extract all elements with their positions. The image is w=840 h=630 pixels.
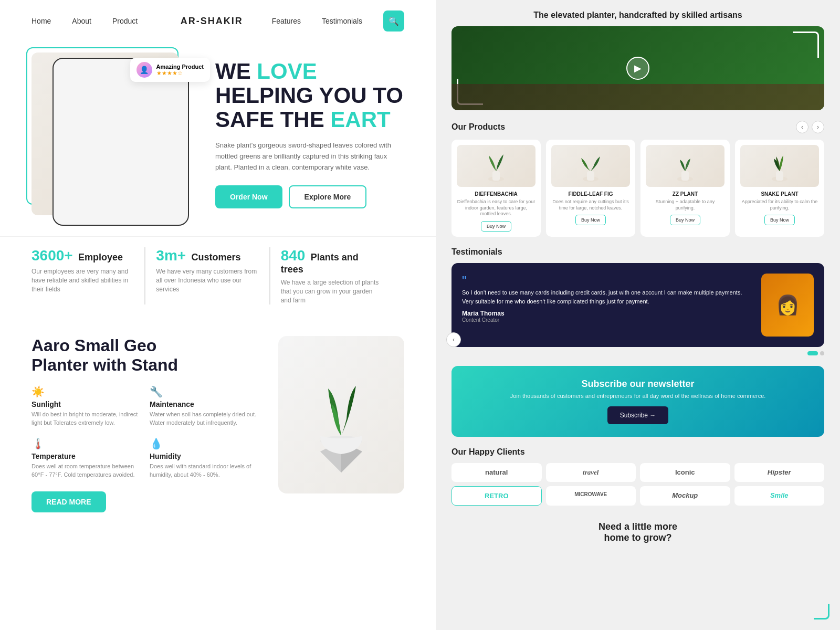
product-card-fiddle: FIDDLE-LEAF FIG Does not require any cut… <box>546 140 635 237</box>
product-right-image <box>278 336 404 494</box>
order-now-button[interactable]: Order Now <box>215 185 282 208</box>
feature-humidity: 💧 Humidity Does well with standard indoo… <box>150 437 257 479</box>
dieffenbachia-svg <box>480 150 512 182</box>
product-title: Aaro Small GeoPlanter with Stand <box>32 336 257 375</box>
clients-header: Our Happy Clients <box>452 447 824 457</box>
subscribe-description: Join thousands of customers and entrepre… <box>464 393 812 399</box>
product-desc-snake: Appreciated for its ability to calm the … <box>740 199 819 211</box>
subscribe-title: Subscribe our newsletter <box>464 379 812 390</box>
feature-sunlight: ☀️ Sunlight Will do best in bright to mo… <box>32 385 139 427</box>
hero-phone-frame <box>52 58 189 226</box>
hero-description: Snake plant's gorgeous sword-shaped leav… <box>215 140 394 173</box>
feature-maintenance: 🔧 Maintenance Water when soil has comple… <box>150 385 257 427</box>
feature-temperature-desc: Does well at room temperature between 60… <box>32 463 139 479</box>
products-section-header: Our Products ‹ › <box>452 121 824 133</box>
quote-icon: " <box>462 274 467 288</box>
hero-buttons: Order Now Explore More <box>215 185 404 208</box>
product-card-zz: ZZ PLANT Stunning + adaptable to any pur… <box>640 140 730 237</box>
nav-about[interactable]: About <box>72 17 91 25</box>
zz-svg <box>669 150 701 182</box>
client-logo-natural: natural <box>452 463 542 482</box>
product-desc-fiddle: Does not require any cuttings but it's t… <box>551 199 630 211</box>
video-corner-top <box>793 32 819 58</box>
client-logo-retro: RETRO <box>452 486 542 506</box>
stat-customers-number: 3m+ <box>156 247 186 264</box>
testimonial-dots <box>452 351 824 355</box>
subscribe-section: Subscribe our newsletter Join thousands … <box>452 366 824 437</box>
stat-customers-desc: We have very many customers from all ove… <box>156 267 258 293</box>
nav-product[interactable]: Product <box>112 17 138 25</box>
play-button[interactable]: ▶ <box>626 57 649 80</box>
nav-features[interactable]: Features <box>272 17 301 25</box>
testimonial-card: " So I don't need to use many cards incl… <box>452 263 824 347</box>
right-panel: The elevated planter, handcrafted by ski… <box>436 0 840 630</box>
product-features: ☀️ Sunlight Will do best in bright to mo… <box>32 385 257 479</box>
testimonials-section: Testimonials " So I don't need to use ma… <box>452 247 824 355</box>
corner-decoration <box>814 604 830 620</box>
search-button[interactable]: 🔍 <box>383 10 404 32</box>
need-more-title: Need a little morehome to grow? <box>457 521 819 543</box>
feature-humidity-desc: Does well with standard indoor levels of… <box>150 463 257 479</box>
products-grid: DIEFFENBACHIA Dieffenbachia is easy to c… <box>452 140 824 237</box>
product-name-snake: SNAKE PLANT <box>740 191 819 197</box>
product-card-snake: SNAKE PLANT Appreciated for its ability … <box>735 140 824 237</box>
product-img-dieffenbachia <box>457 145 536 187</box>
need-more-section: Need a little morehome to grow? <box>452 516 824 549</box>
elevated-title: The elevated planter, handcrafted by ski… <box>452 10 824 20</box>
read-more-button[interactable]: READ MORE <box>32 491 106 512</box>
products-section-title: Our Products <box>452 122 505 132</box>
nav-logo: AR-SHAKIR <box>152 16 272 27</box>
humidity-icon: 💧 <box>150 437 257 450</box>
nav-home[interactable]: Home <box>32 17 51 25</box>
testimonial-prev-button[interactable]: ‹ <box>446 332 461 347</box>
buy-button-snake[interactable]: Buy Now <box>764 215 795 225</box>
clients-title: Our Happy Clients <box>452 447 525 457</box>
left-panel: Home About Product AR-SHAKIR Features Te… <box>0 0 436 630</box>
subscribe-button[interactable]: Subscribe → <box>607 406 669 424</box>
nav-testimonials[interactable]: Testimonials <box>322 17 362 25</box>
product-info: Aaro Small GeoPlanter with Stand ☀️ Sunl… <box>32 336 257 512</box>
snake-svg <box>764 150 795 182</box>
product-img-fiddle <box>551 145 630 187</box>
review-avatar: 👤 <box>136 62 152 78</box>
testimonial-quote-text: So I don't need to use many cards includ… <box>462 288 753 306</box>
elevated-section: The elevated planter, handcrafted by ski… <box>452 10 824 110</box>
buy-button-zz[interactable]: Buy Now <box>670 215 700 225</box>
testimonial-avatar: 👩 <box>761 274 814 337</box>
stat-customers: 3m+ Customers We have very many customer… <box>156 247 270 304</box>
product-name-zz: ZZ PLANT <box>646 191 724 197</box>
temperature-icon: 🌡️ <box>32 437 139 450</box>
review-stars: ★★★★☆ <box>156 70 204 77</box>
stat-plants-desc: We have a large selection of plants that… <box>281 278 383 304</box>
buy-button-dieffenbachia[interactable]: Buy Now <box>481 221 511 232</box>
products-prev-arrow[interactable]: ‹ <box>796 121 808 133</box>
stat-employee-label: Employee <box>78 252 123 262</box>
testimonial-wrapper: " So I don't need to use many cards incl… <box>452 263 824 347</box>
clients-grid: natural travel Iconic Hipster RETRO MICR… <box>452 463 824 506</box>
products-nav-arrows: ‹ › <box>796 121 824 133</box>
products-next-arrow[interactable]: › <box>812 121 824 133</box>
search-icon: 🔍 <box>388 16 399 26</box>
hero-section: 👤 Amazing Product ★★★★☆ WE LOVE HELPING … <box>0 42 436 236</box>
stat-plants-number: 840 <box>281 247 306 264</box>
clients-section: Our Happy Clients natural travel Iconic … <box>452 447 824 506</box>
buy-button-fiddle[interactable]: Buy Now <box>575 215 606 225</box>
stats-section: 3600+ Employee Our employees are very ma… <box>0 236 436 315</box>
client-logo-iconic: Iconic <box>640 463 730 482</box>
video-thumbnail[interactable]: ▶ <box>452 26 824 110</box>
explore-more-button[interactable]: Explore More <box>289 185 367 208</box>
testimonial-person-role: Content Creator <box>462 317 753 323</box>
product-img-zz <box>646 145 724 187</box>
svg-rect-7 <box>492 171 500 181</box>
feature-sunlight-name: Sunlight <box>32 400 139 408</box>
dot-active <box>807 351 818 355</box>
maintenance-icon: 🔧 <box>150 385 257 398</box>
nav-right: Features Testimonials 🔍 <box>272 10 404 32</box>
testimonials-title: Testimonials <box>452 247 502 257</box>
client-logo-travel: travel <box>546 463 636 482</box>
product-name-dieffenbachia: DIEFFENBACHIA <box>457 191 536 197</box>
dot-inactive <box>820 351 824 355</box>
product-img-snake <box>740 145 819 187</box>
review-title: Amazing Product <box>156 64 204 70</box>
stat-plants: 840 Plants and trees We have a large sel… <box>281 247 394 304</box>
